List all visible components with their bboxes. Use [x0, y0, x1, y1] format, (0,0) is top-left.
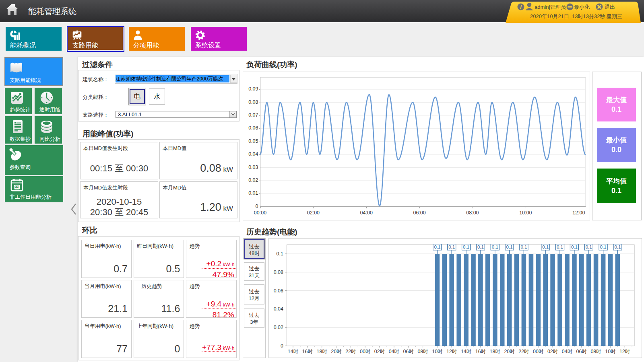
- svg-text:0.1: 0.1: [463, 245, 469, 249]
- svg-text:04时: 04时: [562, 349, 572, 354]
- svg-text:18时: 18时: [490, 349, 500, 354]
- svg-text:0.1: 0.1: [600, 245, 607, 249]
- svg-text:12时: 12时: [619, 349, 630, 354]
- svg-text:00时: 00时: [360, 349, 370, 354]
- svg-text:0.08: 0.08: [274, 269, 283, 275]
- svg-text:04时: 04时: [389, 349, 399, 354]
- svg-text:14时: 14时: [288, 349, 298, 354]
- svg-text:02时: 02时: [547, 349, 558, 354]
- svg-text:0.06: 0.06: [274, 288, 283, 294]
- svg-text:0.1: 0.1: [557, 245, 563, 249]
- svg-text:0.1: 0.1: [614, 245, 621, 249]
- svg-text:10时: 10时: [432, 349, 442, 354]
- svg-text:0.1: 0.1: [586, 245, 592, 249]
- svg-text:0.1: 0.1: [506, 245, 513, 249]
- svg-text:0.1: 0.1: [542, 245, 549, 249]
- svg-text:0.1: 0.1: [520, 245, 527, 249]
- svg-text:0.02: 0.02: [274, 325, 283, 330]
- svg-text:0.04: 0.04: [274, 306, 283, 312]
- svg-text:0.1: 0.1: [571, 245, 578, 249]
- svg-text:0.1: 0.1: [434, 245, 440, 249]
- svg-text:14时: 14时: [461, 349, 471, 354]
- svg-text:16时: 16时: [475, 349, 486, 354]
- svg-text:22时: 22时: [345, 349, 356, 354]
- svg-text:20时: 20时: [504, 349, 514, 354]
- svg-text:06时: 06时: [403, 349, 413, 354]
- svg-text:20时: 20时: [331, 349, 341, 354]
- svg-text:0.1: 0.1: [492, 245, 498, 249]
- svg-text:08时: 08时: [417, 349, 428, 354]
- svg-text:16时: 16时: [302, 349, 313, 354]
- svg-text:02时: 02时: [374, 349, 385, 354]
- svg-text:10时: 10时: [605, 349, 615, 354]
- svg-text:0.1: 0.1: [477, 245, 484, 249]
- svg-text:12时: 12时: [446, 349, 457, 354]
- svg-text:22时: 22时: [518, 349, 529, 354]
- svg-text:08时: 08时: [590, 349, 601, 354]
- svg-text:18时: 18时: [316, 349, 327, 354]
- svg-text:0.1: 0.1: [448, 245, 455, 249]
- svg-text:06时: 06时: [576, 349, 587, 354]
- svg-text:00时: 00时: [533, 349, 543, 354]
- svg-text:0.1: 0.1: [277, 251, 283, 257]
- svg-text:0: 0: [281, 343, 283, 349]
